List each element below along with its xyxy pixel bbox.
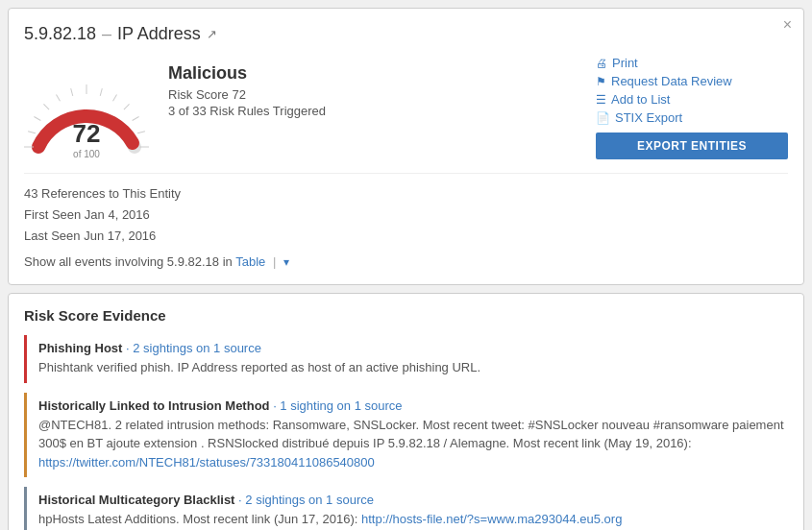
risk-gauge: 72 of 100: [24, 56, 149, 161]
classification-info: Malicious Risk Score 72 3 of 33 Risk Rul…: [168, 56, 577, 161]
evidence-header-3: Historical Multicategory Blacklist · 2 s…: [38, 493, 788, 507]
evidence-type-2: Historically Linked to Intrusion Method: [38, 398, 270, 413]
evidence-sightings-1: · 2 sightings on 1 source: [122, 341, 261, 355]
show-events-text: Show all events involving 5.9.82.18 in: [24, 254, 233, 269]
evidence-type-3: Historical Multicategory Blacklist: [38, 493, 234, 507]
evidence-text-2: @NTECH81. 2 related intrusion methods: R…: [38, 418, 784, 451]
evidence-header-1: Phishing Host · 2 sightings on 1 source: [38, 341, 788, 355]
evidence-type-1: Phishing Host: [38, 341, 122, 355]
malicious-label: Malicious: [168, 63, 577, 84]
rules-triggered: 3 of 33 Risk Rules Triggered: [168, 104, 577, 118]
stix-export-label: STIX Export: [615, 110, 682, 125]
evidence-item-intrusion: Historically Linked to Intrusion Method …: [24, 393, 788, 478]
evidence-item-blacklist: Historical Multicategory Blacklist · 2 s…: [24, 487, 788, 530]
svg-line-5: [71, 88, 73, 96]
evidence-sightings-3: · 2 sightings on 1 source: [234, 493, 374, 507]
svg-line-3: [43, 104, 49, 109]
card-body: 72 of 100 Malicious Risk Score 72 3 of 3…: [24, 56, 788, 161]
evidence-body-3: hpHosts Latest Additions. Most recent li…: [38, 510, 788, 529]
export-entities-button[interactable]: EXPORT ENTITIES: [596, 132, 788, 159]
references-section: 43 References to This Entity First Seen …: [24, 173, 788, 247]
risk-score-title: Risk Score Evidence: [24, 307, 788, 324]
ip-address-card: × 5.9.82.18 – IP Address ↗: [8, 8, 804, 285]
risk-score-value: Risk Score 72: [168, 87, 577, 102]
svg-text:of 100: of 100: [73, 149, 100, 159]
card-title: 5.9.82.18 – IP Address ↗: [24, 24, 788, 44]
references-count: 43 References to This Entity: [24, 183, 788, 205]
external-link-icon[interactable]: ↗: [207, 27, 217, 41]
evidence-header-2: Historically Linked to Intrusion Method …: [38, 398, 788, 413]
evidence-body-2: @NTECH81. 2 related intrusion methods: R…: [38, 416, 788, 472]
evidence-text-3: hpHosts Latest Additions. Most recent li…: [38, 512, 357, 526]
list-icon: ☰: [596, 93, 606, 107]
table-link[interactable]: Table: [235, 254, 265, 269]
svg-text:72: 72: [73, 119, 101, 148]
ip-type-label: IP Address: [117, 24, 201, 44]
svg-line-1: [28, 132, 36, 133]
close-icon[interactable]: ×: [783, 16, 792, 34]
svg-line-2: [34, 117, 40, 121]
risk-score-card: Risk Score Evidence Phishing Host · 2 si…: [8, 293, 804, 530]
dash-separator: –: [102, 24, 111, 44]
first-seen: First Seen Jan 4, 2016: [24, 205, 788, 226]
request-review-label: Request Data Review: [611, 74, 732, 88]
evidence-body-1: Phishtank verified phish. IP Address rep…: [38, 358, 788, 377]
evidence-item-phishing: Phishing Host · 2 sightings on 1 source …: [24, 335, 788, 383]
svg-line-4: [57, 94, 61, 101]
add-to-list-link[interactable]: ☰ Add to List: [596, 92, 670, 107]
ip-address-title: 5.9.82.18: [24, 24, 96, 44]
flag-icon: ⚑: [596, 75, 606, 88]
svg-line-10: [133, 117, 139, 121]
evidence-sightings-2: · 1 sighting on 1 source: [270, 398, 403, 413]
evidence-link-3[interactable]: http://hosts-file.net/?s=www.ma293044.eu…: [361, 512, 622, 526]
dropdown-arrow-icon[interactable]: ▾: [283, 255, 289, 269]
request-review-link[interactable]: ⚑ Request Data Review: [596, 74, 732, 88]
actions-section: 🖨 Print ⚑ Request Data Review ☰ Add to L…: [596, 56, 788, 161]
stix-icon: 📄: [596, 111, 610, 125]
last-seen: Last Seen Jun 17, 2016: [24, 226, 788, 247]
show-events-row: Show all events involving 5.9.82.18 in T…: [24, 254, 788, 269]
print-label: Print: [612, 56, 638, 70]
evidence-link-2[interactable]: https://twitter.com/NTECH81/statuses/733…: [38, 455, 375, 470]
add-to-list-label: Add to List: [611, 92, 670, 107]
svg-line-11: [137, 132, 145, 133]
svg-line-7: [100, 88, 102, 96]
svg-line-8: [113, 94, 117, 101]
print-link[interactable]: 🖨 Print: [596, 56, 638, 70]
stix-export-link[interactable]: 📄 STIX Export: [596, 110, 682, 125]
print-icon: 🖨: [596, 57, 607, 70]
pipe-separator: |: [273, 254, 276, 269]
svg-line-9: [124, 104, 130, 109]
